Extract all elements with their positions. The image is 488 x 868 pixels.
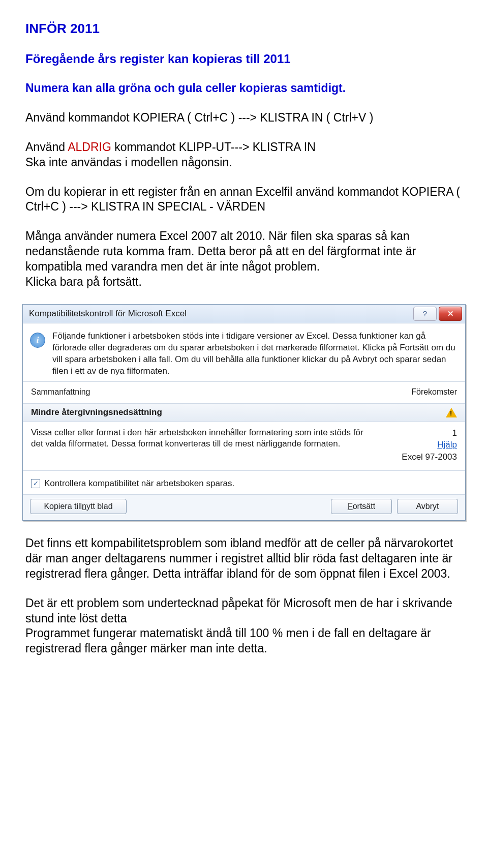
help-button[interactable]: ? (413, 307, 437, 321)
detail-count: 1 (381, 427, 457, 439)
subheader-text: Mindre återgivningsnedsättning (31, 407, 162, 418)
cancel-button[interactable]: Avbryt (397, 499, 458, 514)
info-icon: i (30, 333, 45, 348)
after-note-2a: Det är ett problem som undertecknad påpe… (25, 596, 463, 626)
text: Använd (25, 140, 68, 154)
command-copy-paste: Använd kommandot KOPIERA ( Ctrl+C ) --->… (25, 110, 463, 126)
continue-button[interactable]: Fortsätt (331, 499, 392, 514)
never-word: ALDRIG (68, 140, 111, 154)
summary-label: Sammanfattning (31, 387, 90, 398)
compat-checkbox[interactable]: ✓ (31, 479, 40, 488)
command-never-note: Ska inte användas i modellen någonsin. (25, 155, 463, 170)
text: F (348, 501, 353, 512)
copy-to-new-sheet-button[interactable]: Kopiera till nytt blad (30, 499, 127, 514)
command-never-cut: Använd ALDRIG kommandot KLIPP-UT---> KLI… (25, 140, 463, 155)
text: ortsätt (353, 501, 375, 512)
after-note-1: Det finns ett kompabilitetsproblem som i… (25, 536, 463, 582)
dialog-titlebar: Kompatibilitetskontroll för Microsoft Ex… (23, 305, 465, 323)
after-note-2b: Programmet fungerar matematiskt ändå til… (25, 626, 463, 656)
dialog-title: Kompatibilitetskontroll för Microsoft Ex… (29, 308, 187, 319)
close-button[interactable]: ✕ (439, 307, 462, 321)
detail-version: Excel 97-2003 (381, 451, 457, 463)
compat-dialog: Kompatibilitetskontroll för Microsoft Ex… (22, 304, 466, 521)
dialog-body-text: Följande funktioner i arbetsboken stöds … (52, 331, 457, 377)
text: Kopiera till (44, 501, 82, 512)
excel-version-note: Många använder numera Excel 2007 alt 201… (25, 229, 463, 275)
minor-rendering-loss-header: Mindre återgivningsnedsättning (23, 403, 465, 422)
warning-icon (446, 407, 457, 418)
text: ytt blad (86, 501, 113, 512)
intro-line-1: Föregående års register kan kopieras til… (25, 51, 463, 67)
click-continue-note: Klicka bara på fortsätt. (25, 275, 463, 290)
compat-checkbox-label: Kontrollera kompatibilitet när arbetsbok… (44, 478, 234, 489)
help-link[interactable]: Hjälp (381, 439, 457, 451)
page-title: INFÖR 2011 (25, 20, 463, 38)
intro-line-2: Numera kan alla gröna och gula celler ko… (25, 81, 463, 96)
text: kommandot KLIPP-UT---> KLISTRA IN (111, 140, 316, 154)
text: n (82, 501, 86, 512)
occurrences-label: Förekomster (411, 387, 457, 398)
compat-dialog-screenshot: Kompatibilitetskontroll för Microsoft Ex… (22, 304, 466, 521)
detail-description: Vissa celler eller format i den här arbe… (31, 427, 365, 463)
paste-special-note: Om du kopierar in ett register från en a… (25, 185, 463, 215)
